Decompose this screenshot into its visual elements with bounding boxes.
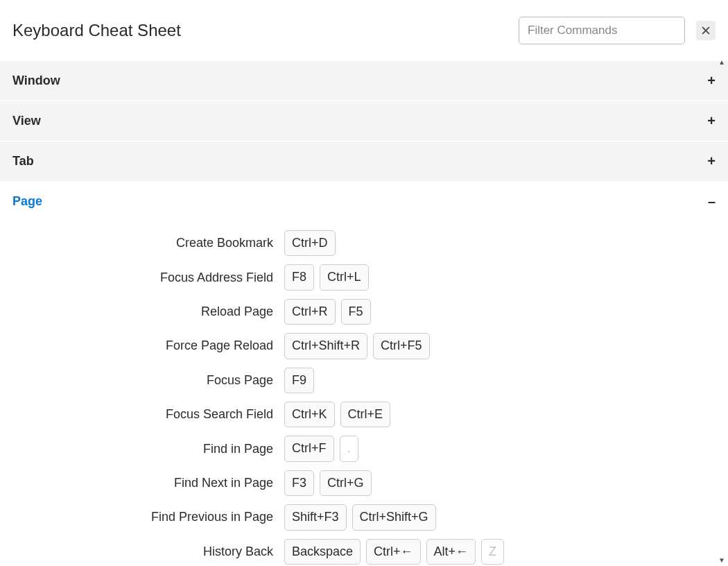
key-badge[interactable]: F3 bbox=[284, 470, 314, 496]
command-row: Find Previous in PageShift+F3Ctrl+Shift+… bbox=[0, 500, 728, 534]
section-title: Page bbox=[12, 194, 42, 209]
section-title: Window bbox=[12, 74, 60, 88]
keys-group: F9 bbox=[284, 368, 314, 393]
command-row: History BackBackspaceCtrl+←Alt+←Z bbox=[0, 535, 728, 566]
key-badge[interactable]: Ctrl+F5 bbox=[373, 333, 430, 359]
section-body-page: Create BookmarkCtrl+DFocus Address Field… bbox=[0, 222, 728, 566]
key-badge[interactable]: Alt+← bbox=[426, 539, 476, 565]
command-label: History Back bbox=[12, 544, 273, 559]
filter-input[interactable] bbox=[519, 17, 685, 44]
command-row: Focus PageF9 bbox=[0, 363, 728, 397]
keys-group: Ctrl+D bbox=[284, 230, 336, 256]
keys-group: F3Ctrl+G bbox=[284, 470, 372, 496]
minus-icon: – bbox=[708, 194, 716, 209]
close-button[interactable] bbox=[696, 21, 716, 40]
keys-group: Ctrl+RF5 bbox=[284, 299, 371, 325]
plus-icon: + bbox=[707, 153, 716, 169]
command-label: Focus Address Field bbox=[12, 271, 273, 285]
command-row: Create BookmarkCtrl+D bbox=[0, 226, 728, 260]
key-badge[interactable]: Ctrl+G bbox=[320, 470, 372, 496]
page-title: Keyboard Cheat Sheet bbox=[12, 21, 508, 40]
section-header-view[interactable]: View + bbox=[0, 101, 728, 142]
keys-group: Ctrl+F. bbox=[284, 436, 358, 461]
key-badge[interactable]: Ctrl+R bbox=[284, 299, 336, 325]
key-badge[interactable]: Ctrl+Shift+R bbox=[284, 333, 367, 359]
command-label: Focus Page bbox=[12, 373, 273, 388]
section-title: Tab bbox=[12, 154, 34, 169]
key-badge[interactable]: Ctrl+D bbox=[284, 230, 336, 256]
plus-icon: + bbox=[707, 73, 716, 89]
key-badge[interactable]: Ctrl+L bbox=[320, 264, 369, 290]
section-header-tab[interactable]: Tab + bbox=[0, 142, 728, 182]
key-badge[interactable]: F5 bbox=[341, 299, 371, 325]
command-label: Create Bookmark bbox=[12, 236, 273, 250]
key-badge[interactable]: Z bbox=[481, 539, 504, 565]
command-row: Find Next in PageF3Ctrl+G bbox=[0, 466, 728, 500]
command-row: Focus Search FieldCtrl+KCtrl+E bbox=[0, 397, 728, 431]
command-row: Find in PageCtrl+F. bbox=[0, 431, 728, 465]
key-badge[interactable]: Ctrl+← bbox=[366, 539, 421, 565]
key-badge[interactable]: Ctrl+Shift+G bbox=[352, 504, 436, 530]
keys-group: Ctrl+Shift+RCtrl+F5 bbox=[284, 333, 430, 359]
key-badge[interactable]: Ctrl+E bbox=[340, 402, 391, 427]
key-badge[interactable]: F8 bbox=[284, 264, 314, 290]
key-badge[interactable]: Shift+F3 bbox=[284, 504, 347, 530]
key-badge[interactable]: Backspace bbox=[284, 539, 361, 565]
header: Keyboard Cheat Sheet bbox=[0, 0, 728, 61]
keys-group: Ctrl+KCtrl+E bbox=[284, 402, 390, 427]
command-row: Focus Address FieldF8Ctrl+L bbox=[0, 260, 728, 294]
command-label: Force Page Reload bbox=[12, 338, 273, 353]
command-label: Reload Page bbox=[12, 305, 273, 319]
keys-group: Shift+F3Ctrl+Shift+G bbox=[284, 504, 436, 530]
section-title: View bbox=[12, 114, 41, 128]
keys-group: BackspaceCtrl+←Alt+←Z bbox=[284, 539, 504, 565]
command-label: Focus Search Field bbox=[12, 407, 273, 422]
command-label: Find Previous in Page bbox=[12, 510, 273, 524]
section-header-window[interactable]: Window + bbox=[0, 61, 728, 101]
plus-icon: + bbox=[707, 113, 716, 129]
key-badge[interactable]: Ctrl+K bbox=[284, 402, 335, 427]
close-icon bbox=[701, 26, 711, 35]
section-header-page[interactable]: Page – bbox=[0, 182, 728, 222]
keys-group: F8Ctrl+L bbox=[284, 264, 369, 290]
key-badge[interactable]: . bbox=[340, 436, 358, 461]
command-label: Find in Page bbox=[12, 442, 273, 456]
command-row: Force Page ReloadCtrl+Shift+RCtrl+F5 bbox=[0, 329, 728, 363]
command-label: Find Next in Page bbox=[12, 476, 273, 490]
key-badge[interactable]: Ctrl+F bbox=[284, 436, 334, 461]
key-badge[interactable]: F9 bbox=[284, 368, 314, 393]
command-row: Reload PageCtrl+RF5 bbox=[0, 295, 728, 329]
content-scroll[interactable]: Window + View + Tab + Page – Create Book… bbox=[0, 61, 728, 566]
